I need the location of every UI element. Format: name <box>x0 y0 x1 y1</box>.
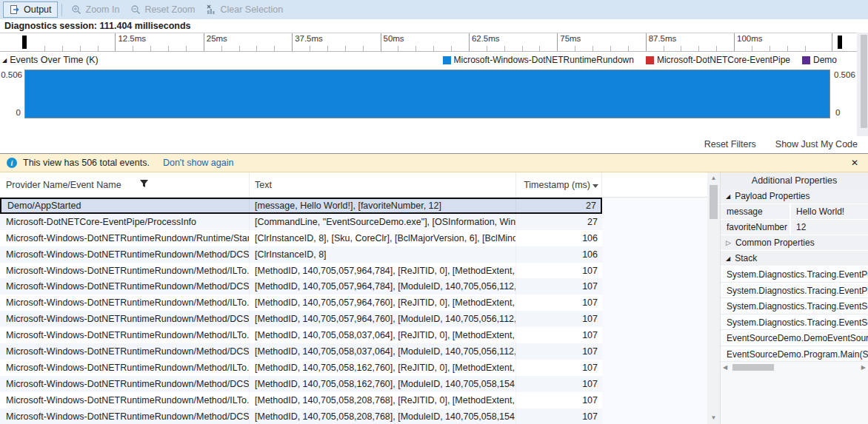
ruler-major-tick <box>557 33 558 51</box>
diagnostics-events-view: Output Zoom In Reset Zoom Clear Selectio… <box>0 0 868 424</box>
scroll-up-icon[interactable]: ▲ <box>707 175 720 181</box>
cell-provider: Microsoft-Windows-DotNETRuntimeRundown/R… <box>0 230 250 246</box>
table-row[interactable]: Microsoft-Windows-DotNETRuntimeRundown/M… <box>0 408 602 424</box>
chart-expander-icon[interactable]: ◢ <box>2 57 7 64</box>
chart-plot-area[interactable] <box>24 70 830 118</box>
scrollbar-thumb[interactable] <box>861 35 867 128</box>
stack-frame[interactable]: System.Diagnostics.Tracing.EventProv <box>721 283 868 299</box>
panel-empty-area <box>721 372 868 424</box>
table-row[interactable]: Microsoft-Windows-DotNETRuntimeRundown/M… <box>0 263 602 279</box>
column-header-provider[interactable]: Provider Name/Event Name <box>0 172 250 197</box>
panel-horizontal-scrollbar[interactable]: ◀ ▶ <box>721 362 868 372</box>
table-row[interactable]: Microsoft-DotNETCore-EventPipe/ProcessIn… <box>0 214 602 230</box>
y-axis-min-label-right: 0 <box>835 108 840 117</box>
ruler-minor-tick <box>487 46 487 51</box>
info-close-icon[interactable]: ✕ <box>848 158 861 168</box>
cell-provider: Microsoft-Windows-DotNETRuntimeRundown/M… <box>0 408 250 424</box>
scroll-left-icon[interactable]: ◀ <box>723 364 727 371</box>
grid-vertical-scrollbar[interactable]: ▲ ▼ <box>707 172 720 424</box>
chart-legend: Microsoft-Windows-DotNETRuntimeRundownMi… <box>443 55 837 65</box>
legend-item: Microsoft-DotNETCore-EventPipe <box>646 55 790 65</box>
show-just-my-code-button[interactable]: Show Just My Code <box>775 139 858 149</box>
cell-timestamp: 27 <box>516 214 602 230</box>
clear-selection-icon <box>205 4 216 16</box>
reset-zoom-button[interactable]: Reset Zoom <box>124 1 200 18</box>
table-row[interactable]: Microsoft-Windows-DotNETRuntimeRundown/R… <box>0 230 602 246</box>
scroll-right-icon[interactable]: ▶ <box>861 364 866 371</box>
cell-provider: Microsoft-DotNETCore-EventPipe/ProcessIn… <box>0 214 250 230</box>
reset-zoom-icon <box>130 4 141 16</box>
stack-frame[interactable]: EventSourceDemo.Program.Main(Sys <box>721 346 868 363</box>
filter-icon[interactable] <box>139 179 149 190</box>
stack-frame[interactable]: System.Diagnostics.Tracing.EventPipe <box>721 266 868 283</box>
cell-timestamp: 107 <box>516 295 602 311</box>
table-row[interactable]: Microsoft-Windows-DotNETRuntimeRundown/M… <box>0 278 602 295</box>
table-row[interactable]: Microsoft-Windows-DotNETRuntimeRundown/M… <box>0 327 602 343</box>
ruler-minor-tick <box>698 46 699 51</box>
payload-properties-group[interactable]: ◢ Payload Properties <box>721 189 868 204</box>
table-row[interactable]: Microsoft-Windows-DotNETRuntimeRundown/M… <box>0 295 602 311</box>
ruler-minor-tick <box>186 46 187 51</box>
expanded-icon: ◢ <box>726 255 730 262</box>
selection-start-marker[interactable] <box>22 36 27 49</box>
stack-group[interactable]: ◢ Stack <box>721 251 868 266</box>
cell-provider: Microsoft-Windows-DotNETRuntimeRundown/M… <box>0 343 250 360</box>
ruler-tick-label: 37.5ms <box>295 34 323 43</box>
main-content: Provider Name/Event Name Text Timestamp … <box>0 172 868 424</box>
zoom-in-icon <box>71 4 82 16</box>
additional-properties-panel: Additional Properties ◢ Payload Properti… <box>720 172 868 424</box>
ruler-minor-tick <box>398 46 398 51</box>
panel-title: Additional Properties <box>721 172 868 189</box>
table-row[interactable]: Microsoft-Windows-DotNETRuntimeRundown/M… <box>0 392 602 408</box>
cell-timestamp: 107 <box>516 327 602 343</box>
property-row[interactable]: favoriteNumber12 <box>721 220 868 235</box>
table-row[interactable]: Microsoft-Windows-DotNETRuntimeRundown/M… <box>0 360 602 376</box>
ruler-minor-tick <box>769 46 770 51</box>
stack-frame[interactable]: EventSourceDemo.DemoEventSource <box>721 330 868 346</box>
stack-frame[interactable]: System.Diagnostics.Tracing.EventSour <box>721 298 868 314</box>
cell-timestamp: 27 <box>516 199 601 212</box>
output-button[interactable]: Output <box>3 1 58 18</box>
cell-timestamp: 107 <box>516 376 602 392</box>
ruler-end-line <box>832 33 832 51</box>
table-row[interactable]: Microsoft-Windows-DotNETRuntimeRundown/M… <box>0 311 602 327</box>
chart-vertical-scrollbar[interactable] <box>857 33 868 136</box>
column-header-timestamp[interactable]: Timestamp (ms) <box>516 172 602 197</box>
ruler-minor-tick <box>433 46 434 51</box>
property-name: favoriteNumber <box>721 220 791 235</box>
scroll-down-icon[interactable]: ▼ <box>707 414 720 421</box>
legend-swatch-icon <box>802 56 810 64</box>
cell-text: [MethodID, 140,705,057,964,760], [Module… <box>250 311 516 327</box>
ruler-minor-tick <box>256 46 257 51</box>
ruler-tick-label: 12.5ms <box>118 34 146 43</box>
cell-timestamp: 106 <box>516 230 602 246</box>
column-header-text[interactable]: Text <box>250 172 516 197</box>
ruler-major-tick <box>115 33 116 51</box>
common-properties-group[interactable]: ▷ Common Properties <box>721 235 868 251</box>
ruler-minor-tick <box>98 46 99 51</box>
dont-show-again-link[interactable]: Don't show again <box>163 158 234 168</box>
sort-descending-icon <box>592 184 598 188</box>
table-row[interactable]: Microsoft-Windows-DotNETRuntimeRundown/M… <box>0 343 602 360</box>
table-row[interactable]: Microsoft-Windows-DotNETRuntimeRundown/M… <box>0 246 602 263</box>
selection-end-marker[interactable] <box>838 36 842 49</box>
timeline-ruler[interactable]: 12.5ms25ms37.5ms50ms62.5ms75ms87.5ms100m… <box>0 33 868 52</box>
filter-actions-row: Reset Filters Show Just My Code <box>0 135 868 154</box>
property-row[interactable]: messageHello World! <box>721 204 868 220</box>
reset-filters-button[interactable]: Reset Filters <box>704 139 756 149</box>
property-value: Hello World! <box>791 204 868 219</box>
cell-text: [MethodID, 140,705,057,964,760], [ReJITI… <box>250 295 516 311</box>
cell-provider: Microsoft-Windows-DotNETRuntimeRundown/M… <box>0 376 250 392</box>
stack-frame[interactable]: System.Diagnostics.Tracing.EventSour <box>721 314 868 331</box>
scrollbar-thumb[interactable] <box>710 185 718 219</box>
cell-provider: Microsoft-Windows-DotNETRuntimeRundown/M… <box>0 246 250 263</box>
scrollbar-thumb[interactable] <box>732 364 774 371</box>
legend-swatch-icon <box>646 56 654 64</box>
ruler-minor-tick <box>539 46 540 51</box>
zoom-in-button[interactable]: Zoom In <box>66 1 125 18</box>
table-row[interactable]: Demo/AppStarted[message, Hello World!], … <box>0 198 602 214</box>
table-row[interactable]: Microsoft-Windows-DotNETRuntimeRundown/M… <box>0 376 602 392</box>
reset-zoom-label: Reset Zoom <box>144 4 195 15</box>
clear-selection-button[interactable]: Clear Selection <box>200 1 288 18</box>
grid-header: Provider Name/Event Name Text Timestamp … <box>0 172 707 198</box>
